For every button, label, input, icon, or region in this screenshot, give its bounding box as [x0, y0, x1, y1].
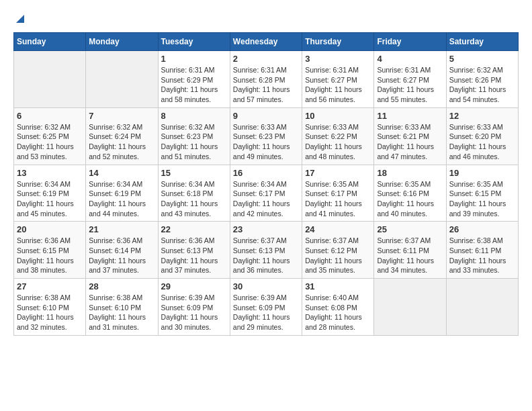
day-info: Sunrise: 6:31 AMSunset: 6:27 PMDaylight:… — [305, 65, 371, 105]
calendar-cell: 21Sunrise: 6:36 AMSunset: 6:14 PMDayligh… — [86, 222, 158, 279]
calendar-week-3: 20Sunrise: 6:36 AMSunset: 6:15 PMDayligh… — [14, 222, 519, 279]
day-info: Sunrise: 6:36 AMSunset: 6:14 PMDaylight:… — [89, 236, 154, 275]
calendar-cell: 13Sunrise: 6:34 AMSunset: 6:19 PMDayligh… — [14, 165, 86, 222]
calendar-cell: 29Sunrise: 6:39 AMSunset: 6:09 PMDayligh… — [158, 279, 230, 336]
calendar-cell: 1Sunrise: 6:31 AMSunset: 6:29 PMDaylight… — [158, 51, 230, 108]
calendar-cell: 24Sunrise: 6:37 AMSunset: 6:12 PMDayligh… — [302, 222, 374, 279]
day-info: Sunrise: 6:40 AMSunset: 6:08 PMDaylight:… — [305, 293, 371, 332]
day-info: Sunrise: 6:33 AMSunset: 6:20 PMDaylight:… — [449, 122, 515, 162]
calendar-week-0: 1Sunrise: 6:31 AMSunset: 6:29 PMDaylight… — [14, 51, 519, 108]
day-number: 6 — [17, 111, 83, 121]
header-cell-saturday: Saturday — [446, 33, 518, 51]
svg-marker-0 — [16, 15, 24, 23]
logo — [13, 13, 26, 27]
calendar-cell: 3Sunrise: 6:31 AMSunset: 6:27 PMDaylight… — [302, 51, 374, 108]
logo-icon — [15, 13, 26, 24]
calendar-cell: 10Sunrise: 6:33 AMSunset: 6:22 PMDayligh… — [302, 107, 374, 165]
day-number: 18 — [377, 168, 443, 178]
day-number: 16 — [233, 168, 299, 178]
day-info: Sunrise: 6:34 AMSunset: 6:19 PMDaylight:… — [89, 179, 154, 219]
calendar-cell: 15Sunrise: 6:34 AMSunset: 6:18 PMDayligh… — [158, 165, 230, 222]
day-number: 19 — [449, 168, 515, 178]
day-number: 22 — [161, 224, 227, 234]
day-number: 26 — [449, 224, 515, 234]
day-info: Sunrise: 6:36 AMSunset: 6:15 PMDaylight:… — [17, 236, 83, 275]
day-info: Sunrise: 6:37 AMSunset: 6:13 PMDaylight:… — [233, 236, 299, 275]
day-number: 13 — [17, 168, 83, 178]
day-number: 31 — [305, 281, 371, 291]
day-info: Sunrise: 6:31 AMSunset: 6:29 PMDaylight:… — [161, 65, 227, 105]
day-info: Sunrise: 6:31 AMSunset: 6:28 PMDaylight:… — [233, 65, 299, 105]
calendar-cell: 8Sunrise: 6:32 AMSunset: 6:23 PMDaylight… — [158, 107, 230, 165]
day-number: 3 — [305, 54, 371, 64]
day-info: Sunrise: 6:33 AMSunset: 6:23 PMDaylight:… — [233, 122, 299, 162]
day-number: 10 — [305, 111, 371, 121]
header-cell-sunday: Sunday — [14, 33, 86, 51]
day-number: 2 — [233, 54, 299, 64]
day-info: Sunrise: 6:34 AMSunset: 6:19 PMDaylight:… — [17, 179, 83, 219]
day-info: Sunrise: 6:35 AMSunset: 6:17 PMDaylight:… — [305, 179, 371, 219]
day-info: Sunrise: 6:38 AMSunset: 6:10 PMDaylight:… — [17, 293, 83, 332]
calendar-cell: 7Sunrise: 6:32 AMSunset: 6:24 PMDaylight… — [86, 107, 158, 165]
day-number: 1 — [161, 54, 227, 64]
calendar-cell: 6Sunrise: 6:32 AMSunset: 6:25 PMDaylight… — [14, 107, 86, 165]
day-number: 27 — [17, 281, 83, 291]
calendar-cell: 30Sunrise: 6:39 AMSunset: 6:09 PMDayligh… — [230, 279, 302, 336]
header-cell-monday: Monday — [86, 33, 158, 51]
calendar-cell: 20Sunrise: 6:36 AMSunset: 6:15 PMDayligh… — [14, 222, 86, 279]
day-info: Sunrise: 6:36 AMSunset: 6:13 PMDaylight:… — [161, 236, 227, 275]
day-info: Sunrise: 6:32 AMSunset: 6:26 PMDaylight:… — [449, 65, 515, 105]
day-number: 5 — [449, 54, 515, 64]
calendar-cell: 19Sunrise: 6:35 AMSunset: 6:15 PMDayligh… — [446, 165, 518, 222]
day-info: Sunrise: 6:32 AMSunset: 6:23 PMDaylight:… — [161, 122, 227, 162]
calendar-cell — [14, 51, 86, 108]
day-number: 23 — [233, 224, 299, 234]
calendar-cell: 22Sunrise: 6:36 AMSunset: 6:13 PMDayligh… — [158, 222, 230, 279]
calendar-cell: 11Sunrise: 6:33 AMSunset: 6:21 PMDayligh… — [374, 107, 446, 165]
day-info: Sunrise: 6:31 AMSunset: 6:27 PMDaylight:… — [377, 65, 443, 105]
calendar-cell: 25Sunrise: 6:37 AMSunset: 6:11 PMDayligh… — [374, 222, 446, 279]
day-number: 9 — [233, 111, 299, 121]
day-info: Sunrise: 6:34 AMSunset: 6:18 PMDaylight:… — [161, 179, 227, 219]
calendar-cell: 31Sunrise: 6:40 AMSunset: 6:08 PMDayligh… — [302, 279, 374, 336]
day-number: 25 — [377, 224, 443, 234]
day-info: Sunrise: 6:32 AMSunset: 6:24 PMDaylight:… — [89, 122, 154, 162]
calendar-cell: 28Sunrise: 6:38 AMSunset: 6:10 PMDayligh… — [86, 279, 158, 336]
calendar-cell: 27Sunrise: 6:38 AMSunset: 6:10 PMDayligh… — [14, 279, 86, 336]
header — [13, 13, 519, 27]
calendar-week-1: 6Sunrise: 6:32 AMSunset: 6:25 PMDaylight… — [14, 107, 519, 165]
header-cell-tuesday: Tuesday — [158, 33, 230, 51]
calendar-cell: 18Sunrise: 6:35 AMSunset: 6:16 PMDayligh… — [374, 165, 446, 222]
day-number: 7 — [89, 111, 154, 121]
day-number: 21 — [89, 224, 154, 234]
day-number: 14 — [89, 168, 154, 178]
day-info: Sunrise: 6:34 AMSunset: 6:17 PMDaylight:… — [233, 179, 299, 219]
day-number: 12 — [449, 111, 515, 121]
day-number: 8 — [161, 111, 227, 121]
day-number: 24 — [305, 224, 371, 234]
calendar-cell: 23Sunrise: 6:37 AMSunset: 6:13 PMDayligh… — [230, 222, 302, 279]
day-number: 11 — [377, 111, 443, 121]
day-number: 15 — [161, 168, 227, 178]
calendar-cell: 9Sunrise: 6:33 AMSunset: 6:23 PMDaylight… — [230, 107, 302, 165]
calendar-cell: 2Sunrise: 6:31 AMSunset: 6:28 PMDaylight… — [230, 51, 302, 108]
day-number: 30 — [233, 281, 299, 291]
day-number: 17 — [305, 168, 371, 178]
header-cell-wednesday: Wednesday — [230, 33, 302, 51]
calendar-cell — [86, 51, 158, 108]
calendar-week-4: 27Sunrise: 6:38 AMSunset: 6:10 PMDayligh… — [14, 279, 519, 336]
calendar-cell: 12Sunrise: 6:33 AMSunset: 6:20 PMDayligh… — [446, 107, 518, 165]
day-info: Sunrise: 6:37 AMSunset: 6:12 PMDaylight:… — [305, 236, 371, 275]
calendar-header: SundayMondayTuesdayWednesdayThursdayFrid… — [14, 33, 519, 51]
day-info: Sunrise: 6:38 AMSunset: 6:11 PMDaylight:… — [449, 236, 515, 275]
header-cell-friday: Friday — [374, 33, 446, 51]
day-info: Sunrise: 6:35 AMSunset: 6:15 PMDaylight:… — [449, 179, 515, 219]
calendar-week-2: 13Sunrise: 6:34 AMSunset: 6:19 PMDayligh… — [14, 165, 519, 222]
calendar-cell: 17Sunrise: 6:35 AMSunset: 6:17 PMDayligh… — [302, 165, 374, 222]
calendar-cell: 26Sunrise: 6:38 AMSunset: 6:11 PMDayligh… — [446, 222, 518, 279]
calendar-cell: 4Sunrise: 6:31 AMSunset: 6:27 PMDaylight… — [374, 51, 446, 108]
calendar-cell: 14Sunrise: 6:34 AMSunset: 6:19 PMDayligh… — [86, 165, 158, 222]
day-info: Sunrise: 6:35 AMSunset: 6:16 PMDaylight:… — [377, 179, 443, 219]
header-cell-thursday: Thursday — [302, 33, 374, 51]
day-info: Sunrise: 6:33 AMSunset: 6:21 PMDaylight:… — [377, 122, 443, 162]
